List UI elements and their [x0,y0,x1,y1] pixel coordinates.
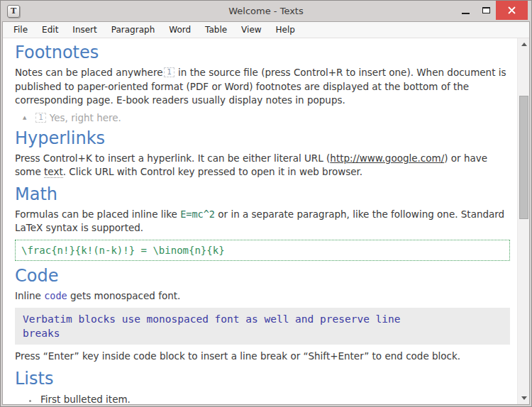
arrow-up-icon [521,43,527,46]
app-window: T Welcome - Texts File Edit Insert Parag… [0,0,532,407]
hyperlink-text[interactable]: text [44,166,63,178]
text-run: Notes can be placed anywhere [15,67,162,78]
heading-hyperlinks: Hyperlinks [15,128,510,148]
footnotes-paragraph: Notes can be placed anywhere1 in the sou… [15,66,510,108]
bullet-list: First bulleted item. [15,393,510,405]
collapse-triangle-icon[interactable]: ▲ [23,115,26,121]
scroll-down-button[interactable] [518,392,529,404]
math-block[interactable]: \frac{n!}{k!(n-k)!} = \binom{n}{k} [15,240,510,261]
menu-file[interactable]: File [6,23,35,37]
footnote-item: ▲ 1 Yes, right here. [15,112,510,123]
app-icon: T [7,5,20,18]
titlebar[interactable]: T Welcome - Texts [1,1,531,21]
code-paragraph: Inline code gets monospaced font. [15,289,510,303]
footnote-ref-badge[interactable]: 1 [164,67,174,77]
heading-code: Code [15,266,510,286]
text-run: Inline [15,290,44,301]
scrollbar-thumb[interactable] [519,96,528,219]
minimize-icon [462,13,470,14]
menu-table[interactable]: Table [198,23,234,37]
code-note-paragraph: Press “Enter” key inside code block to i… [15,350,510,364]
menu-edit[interactable]: Edit [35,23,65,37]
close-button[interactable] [496,1,528,20]
document-area: Footnotes Notes can be placed anywhere1 … [3,38,529,404]
minimize-button[interactable] [455,1,476,20]
scroll-up-button[interactable] [518,38,529,50]
hyperlink-url[interactable]: http://www.google.com/ [330,152,444,164]
heading-footnotes: Footnotes [15,43,510,62]
menu-view[interactable]: View [234,23,268,37]
hyperlinks-paragraph: Press Control+K to insert a hyperlink. I… [15,152,510,179]
heading-math: Math [15,184,510,204]
close-icon [507,6,516,15]
code-block-text: Verbatim blocks use monospaced font as w… [23,312,420,340]
maximize-button[interactable] [476,1,496,20]
code-block[interactable]: Verbatim blocks use monospaced font as w… [15,308,510,345]
menu-word[interactable]: Word [162,23,198,37]
window-inner-frame: File Edit Insert Paragraph Word Table Vi… [2,21,530,405]
text-run: Press Control+K to insert a hyperlink. I… [15,152,330,164]
arrow-down-icon [521,396,527,400]
text-run: gets monospaced font. [67,290,181,301]
menu-paragraph[interactable]: Paragraph [104,23,162,37]
menu-help[interactable]: Help [269,23,302,37]
footnote-text: Yes, right here. [50,112,121,123]
math-paragraph: Formulas can be placed inline like E=mc^… [15,208,510,235]
menubar: File Edit Insert Paragraph Word Table Vi… [3,22,529,38]
footnote-marker-badge[interactable]: 1 [35,113,45,123]
menu-insert[interactable]: Insert [65,23,104,37]
vertical-scrollbar[interactable] [517,38,529,404]
document-editor[interactable]: Footnotes Notes can be placed anywhere1 … [3,38,517,404]
text-run: . Click URL with Control key pressed to … [63,166,362,177]
maximize-icon [482,7,490,13]
window-title: Welcome - Texts [1,1,531,21]
heading-lists: Lists [15,369,510,389]
list-item: First bulleted item. [38,393,510,405]
caption-buttons [455,1,528,20]
inline-formula[interactable]: E=mc^2 [180,208,215,220]
inline-code[interactable]: code [44,290,67,301]
text-run: Formulas can be placed inline like [15,208,180,220]
